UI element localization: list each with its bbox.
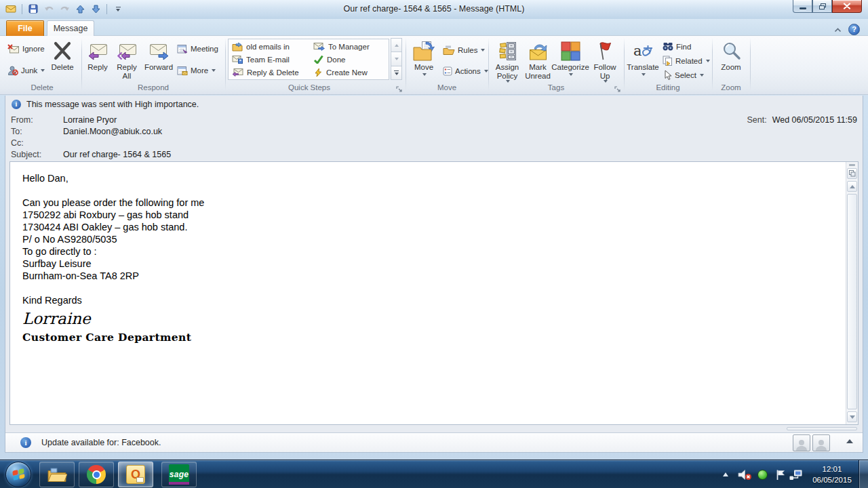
folder-mail-icon (232, 42, 243, 52)
scrollbar-thumb[interactable] (847, 194, 857, 409)
actions-button[interactable]: Actions (441, 64, 490, 78)
collapse-ribbon-icon[interactable] (834, 23, 842, 35)
tab-file[interactable]: File (6, 20, 44, 36)
select-cursor-icon (663, 70, 672, 80)
quick-step-reply-delete[interactable]: Reply & Delete (231, 66, 312, 79)
window-title: Our ref charge- 1564 & 1565 - Message (H… (197, 0, 671, 18)
categorize-button[interactable]: Categorize (552, 37, 589, 76)
contact-avatar[interactable] (812, 434, 830, 451)
quick-step-team-email[interactable]: Team E-mail (231, 53, 312, 66)
horizontal-scrollbar[interactable] (787, 427, 857, 430)
message-body[interactable]: Hello Dan, Can you please order the foll… (9, 161, 859, 425)
quick-steps-scroll-down[interactable] (391, 52, 402, 66)
action-center-flag-icon[interactable] (775, 460, 786, 488)
related-button[interactable]: Related (660, 54, 712, 68)
reply-icon (87, 39, 108, 61)
tab-message[interactable]: Message (47, 20, 94, 36)
taskbar-sage-button[interactable]: sage (161, 462, 197, 487)
translate-button[interactable]: a Translate (627, 37, 659, 76)
ribbon-group-label-quick-steps: Quick Steps (228, 83, 391, 93)
scroll-down-icon[interactable] (847, 411, 857, 422)
taskbar-explorer-button[interactable] (39, 462, 75, 487)
sage-icon: sage (169, 464, 189, 485)
junk-button[interactable]: Junk (5, 63, 47, 77)
rules-button[interactable]: Rules (441, 43, 487, 57)
reply-all-button[interactable]: Reply All (113, 37, 141, 80)
taskbar-chrome-button[interactable] (79, 462, 114, 487)
network-icon[interactable] (789, 460, 803, 488)
expand-people-pane-icon[interactable] (846, 439, 853, 443)
meeting-button[interactable]: Meeting (175, 41, 220, 56)
close-button[interactable] (832, 0, 862, 13)
more-respond-button[interactable]: More (175, 63, 218, 77)
body-line: To go directly to : (22, 245, 837, 258)
dropdown-caret-icon (422, 73, 427, 76)
status-green-icon[interactable] (757, 460, 768, 488)
ribbon-group-label-zoom: Zoom (712, 83, 750, 93)
to-value[interactable]: Daniel.Moon@abiuk.co.uk (63, 127, 162, 136)
assign-policy-button[interactable]: Assign Policy (491, 37, 524, 83)
quick-steps-dialog-launcher-icon[interactable] (396, 84, 403, 92)
body-line: 1730424 ABI Oakley – gas hob stand. (22, 221, 837, 233)
quick-steps-scroll-up[interactable] (391, 38, 402, 52)
tags-dialog-launcher-icon[interactable] (614, 84, 622, 92)
quick-step-old-emails-in[interactable]: old emails in (231, 40, 312, 53)
save-icon[interactable] (27, 3, 39, 15)
qat-separator (22, 4, 22, 14)
volume-muted-icon[interactable] (738, 460, 752, 488)
ignore-button[interactable]: Ignore (5, 41, 47, 56)
taskbar: O sage 12:01 06/05/2015 (0, 460, 868, 488)
quick-access-toolbar (5, 3, 124, 15)
body-line: Hello Dan, (22, 172, 837, 184)
dropdown-caret-icon (481, 49, 485, 52)
dropdown-caret-icon (212, 69, 216, 72)
help-icon[interactable]: ? (848, 24, 860, 35)
previous-item-icon[interactable] (74, 3, 86, 15)
reply-button[interactable]: Reply (84, 37, 111, 72)
from-value[interactable]: Lorraine Pryor (63, 115, 117, 125)
view-ruler-toggle-icon[interactable] (847, 168, 857, 179)
follow-up-button[interactable]: Follow Up (590, 37, 620, 83)
svg-text:a: a (633, 43, 642, 59)
windows-flag-icon (12, 468, 25, 481)
scrollbar-split-handle[interactable] (849, 164, 855, 166)
signature-name: Lorraine (22, 310, 837, 328)
reply-delete-icon (232, 68, 243, 77)
sent-label: Sent: (747, 115, 766, 125)
taskbar-outlook-button[interactable]: O (118, 462, 153, 487)
contact-avatar[interactable] (793, 434, 810, 451)
restore-button[interactable] (812, 0, 832, 13)
find-button[interactable]: Find (660, 39, 693, 54)
move-button[interactable]: Move (408, 37, 439, 76)
delete-button[interactable]: Delete (46, 37, 79, 72)
forward-button[interactable]: Forward (142, 37, 175, 72)
next-item-icon[interactable] (90, 3, 102, 15)
redo-icon[interactable] (58, 3, 71, 15)
zoom-button[interactable]: Zoom (713, 37, 749, 72)
scroll-up-icon[interactable] (847, 181, 857, 192)
customize-qat-icon[interactable] (112, 3, 124, 15)
vertical-scrollbar[interactable] (846, 162, 858, 424)
quick-step-done[interactable]: Done (312, 53, 385, 66)
undo-icon[interactable] (43, 3, 55, 15)
related-icon (663, 56, 673, 66)
body-line: Burnham-on-Sea TA8 2RP (22, 270, 837, 282)
clock-date: 06/05/2015 (807, 474, 857, 485)
taskbar-clock[interactable]: 12:01 06/05/2015 (807, 464, 857, 485)
ignore-icon (7, 44, 20, 54)
header-row-subject: Subject: Our ref charge- 1564 & 1565 (5, 150, 863, 161)
show-hidden-icons[interactable] (723, 460, 728, 488)
body-line (22, 184, 837, 197)
quick-steps-more[interactable] (391, 66, 402, 80)
show-desktop-button[interactable] (859, 460, 868, 488)
mark-unread-button[interactable]: Mark Unread (524, 37, 552, 80)
follow-up-flag-icon (596, 39, 614, 61)
start-button[interactable] (5, 462, 31, 487)
minimize-button[interactable] (793, 0, 812, 13)
ribbon: Ignore Junk Delete Delete Reply Reply Al… (0, 36, 868, 95)
select-button[interactable]: Select (660, 68, 706, 82)
google-chrome-icon (87, 465, 106, 484)
categorize-icon (561, 39, 580, 61)
quick-step-to-manager[interactable]: To Manager (312, 40, 385, 53)
quick-step-create-new[interactable]: Create New (312, 66, 385, 79)
